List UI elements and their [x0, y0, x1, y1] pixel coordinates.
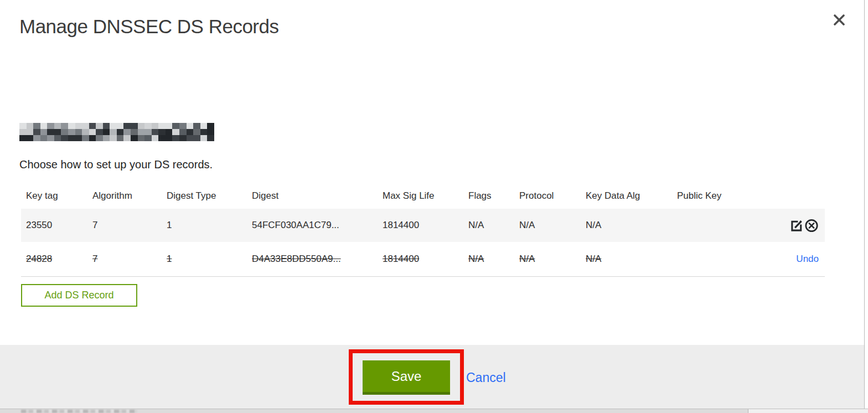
table-row: 23550 7 1 54FCF030AA1C79... 1814400 N/A … — [21, 209, 825, 242]
cell-flags: N/A — [468, 220, 519, 231]
table-row-deleted: 24828 7 1 D4A33E8DD550A9... 1814400 N/A … — [21, 242, 825, 277]
ds-records-table: Key tag Algorithm Digest Type Digest Max… — [21, 183, 825, 277]
right-gutter — [865, 0, 868, 409]
cell-algorithm: 7 — [92, 254, 167, 265]
cell-protocol: N/A — [519, 254, 586, 265]
edit-record-icon[interactable] — [789, 218, 804, 233]
col-header-key-tag: Key tag — [26, 190, 92, 202]
instruction-text: Choose how to set up your DS records. — [19, 158, 213, 171]
cell-digest: 54FCF030AA1C79... — [252, 220, 383, 231]
background-page-strip-right — [748, 409, 868, 413]
cell-key-tag: 24828 — [26, 254, 92, 265]
col-header-digest: Digest — [252, 190, 383, 202]
row-actions — [772, 218, 825, 233]
cell-key-data-alg: N/A — [586, 220, 677, 231]
cell-max-sig-life: 1814400 — [383, 254, 468, 265]
col-header-key-data-alg: Key Data Alg — [586, 190, 677, 202]
cell-key-data-alg: N/A — [586, 254, 677, 265]
row-actions: Undo — [772, 254, 825, 265]
cell-flags: N/A — [468, 254, 519, 265]
cell-digest-type: 1 — [167, 254, 252, 265]
page-title: Manage DNSSEC DS Records — [19, 16, 278, 38]
col-header-max-sig-life: Max Sig Life — [383, 190, 468, 202]
table-header-row: Key tag Algorithm Digest Type Digest Max… — [21, 183, 825, 209]
col-header-protocol: Protocol — [519, 190, 586, 202]
cell-algorithm: 7 — [92, 220, 167, 231]
col-header-public-key: Public Key — [677, 190, 772, 202]
background-page-blur — [21, 410, 137, 413]
cancel-link[interactable]: Cancel — [466, 370, 506, 385]
add-ds-record-button[interactable]: Add DS Record — [21, 284, 137, 307]
cell-key-tag: 23550 — [26, 220, 92, 231]
col-header-algorithm: Algorithm — [92, 190, 167, 202]
undo-link[interactable]: Undo — [796, 254, 819, 265]
col-header-digest-type: Digest Type — [167, 190, 252, 202]
cell-protocol: N/A — [519, 220, 586, 231]
delete-record-icon[interactable] — [804, 218, 819, 233]
redacted-domain-name — [19, 123, 214, 141]
close-icon[interactable] — [831, 12, 847, 28]
dnssec-modal: Manage DNSSEC DS Records Choose how to s… — [0, 0, 868, 413]
cell-digest: D4A33E8DD550A9... — [252, 254, 383, 265]
cell-digest-type: 1 — [167, 220, 252, 231]
cell-max-sig-life: 1814400 — [383, 220, 468, 231]
save-button[interactable]: Save — [363, 360, 450, 395]
col-header-flags: Flags — [468, 190, 519, 202]
